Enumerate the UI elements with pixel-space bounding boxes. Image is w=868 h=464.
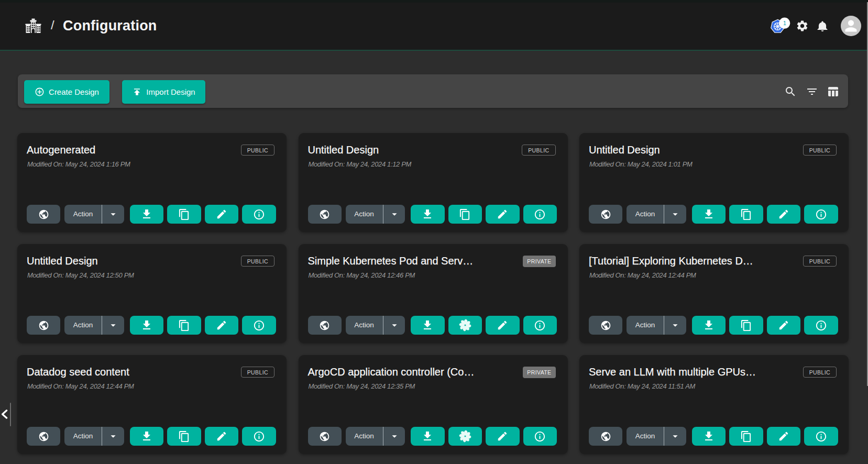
svg-text:1: 1 bbox=[783, 20, 786, 26]
